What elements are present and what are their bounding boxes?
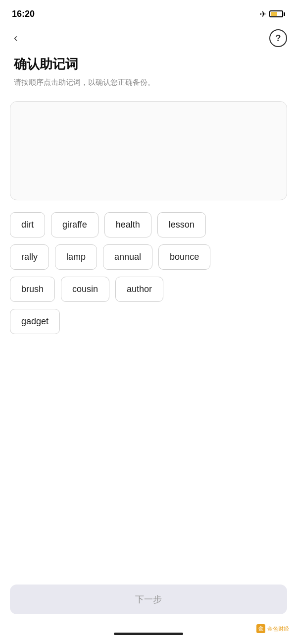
back-button[interactable]: ‹ <box>10 30 21 47</box>
words-row-2: rally lamp annual bounce <box>10 244 287 270</box>
airplane-icon: ✈ <box>260 9 266 19</box>
words-row-3: brush cousin author <box>10 277 287 302</box>
words-row-1: dirt giraffe health lesson <box>10 212 287 237</box>
home-indicator <box>114 633 183 635</box>
battery-fill <box>271 12 277 16</box>
word-chip-brush[interactable]: brush <box>10 277 55 302</box>
word-chip-rally[interactable]: rally <box>10 244 49 270</box>
words-row-4: gadget <box>10 309 287 334</box>
status-time: 16:20 <box>12 9 35 19</box>
nav-bar: ‹ ? <box>0 26 297 51</box>
battery-tip <box>284 12 285 16</box>
words-container: dirt giraffe health lesson rally lamp an… <box>0 212 297 334</box>
battery-icon <box>269 10 285 17</box>
word-chip-health[interactable]: health <box>104 212 151 237</box>
battery-body <box>269 10 283 17</box>
word-chip-giraffe[interactable]: giraffe <box>51 212 99 237</box>
word-chip-cousin[interactable]: cousin <box>61 277 109 302</box>
status-icons: ✈ <box>260 9 285 19</box>
status-bar: 16:20 ✈ <box>0 0 297 26</box>
word-chip-bounce[interactable]: bounce <box>158 244 210 270</box>
help-button[interactable]: ? <box>269 29 287 47</box>
word-chip-gadget[interactable]: gadget <box>10 309 60 334</box>
word-chip-annual[interactable]: annual <box>103 244 152 270</box>
next-button[interactable]: 下一步 <box>10 585 287 614</box>
watermark-icon: 金 <box>256 624 265 633</box>
header: 确认助记词 请按顺序点击助记词，以确认您正确备份。 <box>0 51 297 96</box>
selection-box <box>10 101 287 200</box>
word-chip-author[interactable]: author <box>115 277 163 302</box>
word-chip-lamp[interactable]: lamp <box>55 244 97 270</box>
word-chip-dirt[interactable]: dirt <box>10 212 45 237</box>
word-chip-lesson[interactable]: lesson <box>157 212 206 237</box>
watermark-text: 金色财经 <box>267 625 289 633</box>
page-subtitle: 请按顺序点击助记词，以确认您正确备份。 <box>14 77 283 88</box>
next-button-container: 下一步 <box>10 585 287 614</box>
page-title: 确认助记词 <box>14 56 283 73</box>
watermark: 金 金色财经 <box>256 624 289 633</box>
